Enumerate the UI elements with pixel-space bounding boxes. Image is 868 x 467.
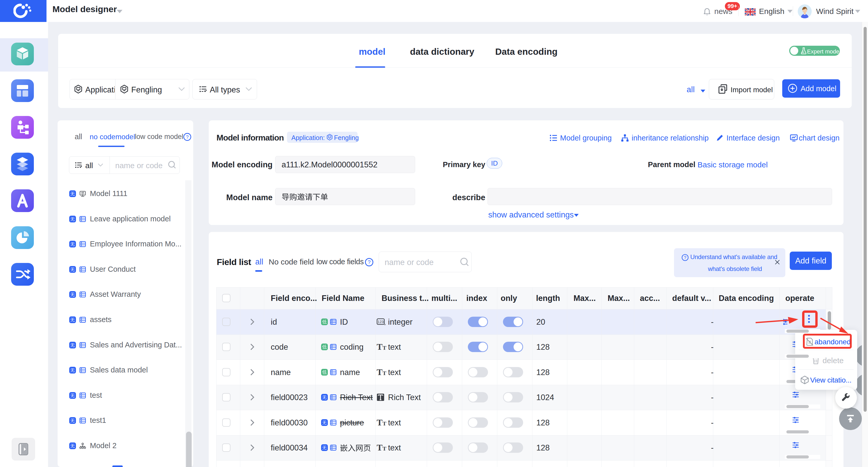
svg-text:123: 123 (378, 320, 384, 324)
svg-text:?: ? (368, 259, 370, 265)
svg-text:?: ? (684, 255, 686, 260)
svg-text:?: ? (186, 134, 189, 140)
